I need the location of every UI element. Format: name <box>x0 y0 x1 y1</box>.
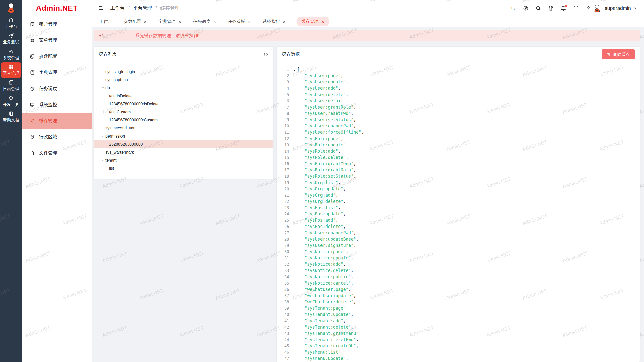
tree-node-label: sys_single_login <box>105 70 135 74</box>
code-line: 36"weChatUser:page", <box>277 286 640 293</box>
sidebar-item-9[interactable]: 文件管理 <box>22 145 92 161</box>
rail-item-2[interactable]: 业务测试 <box>1 31 21 47</box>
search-icon[interactable] <box>535 5 541 11</box>
close-icon[interactable] <box>248 20 251 23</box>
fullscreen-icon[interactable] <box>573 5 579 11</box>
json-viewer[interactable]: 1[2"sysUser:page",3"sysUser:update",4"sy… <box>277 62 640 362</box>
clock-icon <box>30 86 35 91</box>
tree-node[interactable]: sys_second_ver <box>94 124 273 132</box>
close-icon[interactable] <box>321 20 325 23</box>
tree-node[interactable]: tenant <box>94 156 273 164</box>
comma: , <box>346 142 348 148</box>
breadcrumb-item[interactable]: 平台管理 <box>133 5 152 11</box>
tab-6[interactable]: 系统监控 <box>263 17 286 26</box>
tree-node[interactable]: permission <box>94 132 273 140</box>
rail-item-label: 开发工具 <box>3 102 19 107</box>
code-line: 13"sysRole:update", <box>277 142 640 148</box>
code-line: 11"sysUser:forceOffline", <box>277 129 640 135</box>
json-string: "sysRole:add" <box>305 148 338 154</box>
user-menu[interactable]: superadmin <box>592 3 637 13</box>
tree-node-label: test:IsDelete <box>109 94 132 98</box>
sidebar-item-3[interactable]: 参数配置 <box>22 48 92 64</box>
code-line: 18"sysRole:setStatus", <box>277 173 640 179</box>
tree-node[interactable]: sys_single_login <box>94 68 273 76</box>
comma: , <box>356 236 359 242</box>
rail-item-6[interactable]: 开发工具 <box>1 94 21 109</box>
profile-icon[interactable] <box>586 5 591 11</box>
collapse-caret-icon[interactable] <box>293 68 296 71</box>
tree-node[interactable]: sys_wartermark <box>94 148 273 156</box>
svg-text:T: T <box>511 6 513 10</box>
rail-item-7[interactable]: 帮助文档 <box>1 109 21 125</box>
tab-2[interactable]: 参数配置 <box>124 17 147 26</box>
sidebar-item-1[interactable]: 租户管理 <box>22 16 92 32</box>
tree-node[interactable]: 252885263000000 <box>94 140 273 148</box>
json-string: "sysTenant:grantMenu" <box>305 330 359 337</box>
line-number: 11 <box>277 129 289 135</box>
app-logo-text[interactable]: Admin.NET <box>22 0 92 16</box>
tree-node[interactable]: 123456780000000:Custom <box>94 116 273 124</box>
line-number: 29 <box>277 242 289 249</box>
line-number: 22 <box>277 198 289 205</box>
tab-4[interactable]: 任务调度 <box>193 17 216 26</box>
caret-down-icon[interactable] <box>101 134 105 138</box>
sidebar-item-5[interactable]: 任务调度 <box>22 80 92 97</box>
speaker-icon <box>99 33 104 38</box>
sidebar-item-6[interactable]: 系统监控 <box>22 97 92 113</box>
collapse-menu-icon[interactable] <box>98 5 104 11</box>
mascot-logo-icon[interactable] <box>0 0 22 16</box>
tree-node[interactable]: sys_captcha <box>94 76 273 84</box>
code-line: 16"sysRole:grantMenu", <box>277 161 640 167</box>
tab-label: 参数配置 <box>124 19 141 24</box>
rail-item-4[interactable]: 平台管理 <box>1 62 21 78</box>
tree-node[interactable]: test:IsDelete <box>94 92 273 100</box>
tree-node[interactable]: db <box>94 84 273 92</box>
tab-5[interactable]: 任务看板 <box>228 17 251 26</box>
tab-7[interactable]: 缓存管理 <box>297 17 329 26</box>
json-string: "weChatUser:delete" <box>305 299 353 305</box>
tab-3[interactable]: 字典管理 <box>158 17 182 26</box>
comma: , <box>336 192 338 198</box>
rail-item-3[interactable]: 系统管理 <box>1 47 21 62</box>
close-icon[interactable] <box>178 20 182 23</box>
json-string: "sysNotice:delete" <box>305 267 351 274</box>
line-number: 9 <box>277 117 289 123</box>
close-icon[interactable] <box>213 20 216 23</box>
tree-node[interactable]: list <box>94 164 273 172</box>
comma: , <box>351 274 353 280</box>
comma: , <box>343 186 346 192</box>
sidebar-item-label: 租户管理 <box>39 21 57 27</box>
json-string: "sysUser:setStatus" <box>305 117 353 123</box>
font-size-icon[interactable]: TT <box>510 5 516 11</box>
rail-item-5[interactable]: 日志管理 <box>1 78 21 94</box>
line-number: 39 <box>277 305 289 311</box>
refresh-icon[interactable] <box>263 52 268 57</box>
line-number: 30 <box>277 249 289 255</box>
caret-down-icon[interactable] <box>101 86 105 90</box>
theme-icon[interactable] <box>548 5 554 11</box>
sidebar-item-4[interactable]: 字典管理 <box>22 64 92 80</box>
tab-1[interactable]: 工作台 <box>99 17 112 26</box>
line-number: 46 <box>277 349 289 355</box>
tree-node[interactable]: 123456780000000:IsDelete <box>94 100 273 108</box>
tree-node[interactable]: test:Custom <box>94 108 273 116</box>
sidebar-item-2[interactable]: 菜单管理 <box>22 32 92 48</box>
comma: , <box>343 211 346 217</box>
bell-icon[interactable] <box>560 5 566 11</box>
caret-down-icon[interactable] <box>101 158 105 162</box>
code-line: 40"sysTenant:update", <box>277 311 640 318</box>
language-icon[interactable] <box>523 5 529 11</box>
sidebar-item-7[interactable]: 缓存管理 <box>22 113 92 129</box>
close-icon[interactable] <box>282 20 286 23</box>
sidebar-item-label: 文件管理 <box>39 150 57 156</box>
delete-cache-button[interactable]: 删除缓存 <box>602 49 635 59</box>
sidebar-item-8[interactable]: 行政区域 <box>22 129 92 145</box>
comma: , <box>343 261 346 267</box>
tab-label: 系统监控 <box>263 19 280 24</box>
code-line: 17"sysRole:grantData", <box>277 167 640 173</box>
breadcrumb-item[interactable]: 工作台 <box>110 5 125 11</box>
close-icon[interactable] <box>143 20 147 23</box>
rail-item-1[interactable]: 工作台 <box>1 16 21 31</box>
app-root: 工作台 业务测试 系统管理 平台管理 日志管理 开发工具 帮助文档 Admin.… <box>0 0 644 362</box>
line-number: 15 <box>277 154 289 161</box>
